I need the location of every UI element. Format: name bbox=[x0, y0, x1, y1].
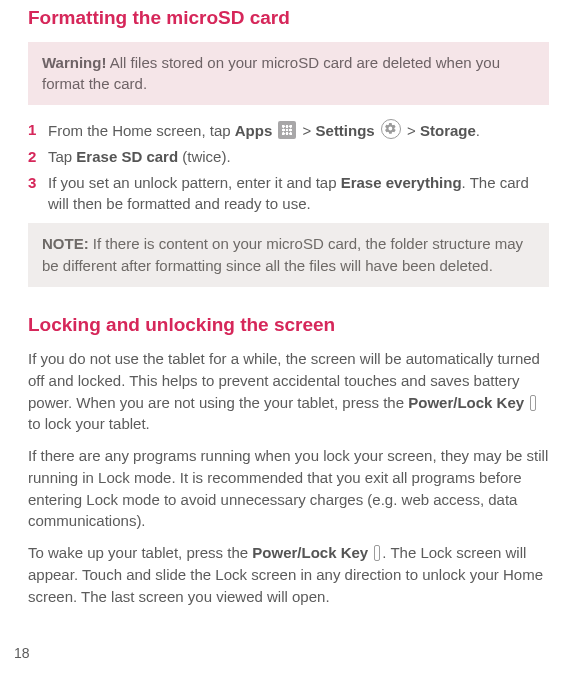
paragraph-lock-intro: If you do not use the tablet for a while… bbox=[28, 348, 549, 435]
paragraph-lock-programs: If there are any programs running when y… bbox=[28, 445, 549, 532]
step-1: From the Home screen, tap Apps > Setting… bbox=[28, 119, 549, 142]
gear-icon bbox=[381, 119, 401, 139]
step-2: Tap Erase SD card (twice). bbox=[28, 146, 549, 168]
section-title-formatting: Formatting the microSD card bbox=[28, 4, 549, 32]
sep: > bbox=[403, 122, 420, 139]
step-text: (twice). bbox=[178, 148, 231, 165]
power-lock-key-label: Power/Lock Key bbox=[408, 394, 524, 411]
erase-everything-label: Erase everything bbox=[341, 174, 462, 191]
warning-label: Warning! bbox=[42, 54, 106, 71]
sep: > bbox=[298, 122, 315, 139]
warning-text: All files stored on your microSD card ar… bbox=[42, 54, 500, 93]
step-text: Tap bbox=[48, 148, 76, 165]
power-key-icon bbox=[374, 545, 380, 561]
step-end: . bbox=[476, 122, 480, 139]
note-label: NOTE: bbox=[42, 235, 89, 252]
p-text: To wake up your tablet, press the bbox=[28, 544, 252, 561]
note-text: If there is content on your microSD card… bbox=[42, 235, 523, 274]
note-box: NOTE: If there is content on your microS… bbox=[28, 223, 549, 287]
p-text: to lock your tablet. bbox=[28, 415, 150, 432]
apps-label: Apps bbox=[235, 122, 273, 139]
page-number: 18 bbox=[14, 643, 30, 663]
step-text: If you set an unlock pattern, enter it a… bbox=[48, 174, 341, 191]
power-key-icon bbox=[530, 395, 536, 411]
erase-sd-label: Erase SD card bbox=[76, 148, 178, 165]
apps-icon bbox=[278, 121, 296, 139]
steps-list: From the Home screen, tap Apps > Setting… bbox=[28, 119, 549, 215]
step-3: If you set an unlock pattern, enter it a… bbox=[28, 172, 549, 216]
warning-box: Warning! All files stored on your microS… bbox=[28, 42, 549, 106]
power-lock-key-label: Power/Lock Key bbox=[252, 544, 368, 561]
step-text: From the Home screen, tap bbox=[48, 122, 235, 139]
settings-label: Settings bbox=[316, 122, 375, 139]
storage-label: Storage bbox=[420, 122, 476, 139]
section-title-locking: Locking and unlocking the screen bbox=[28, 311, 549, 339]
paragraph-wake: To wake up your tablet, press the Power/… bbox=[28, 542, 549, 607]
